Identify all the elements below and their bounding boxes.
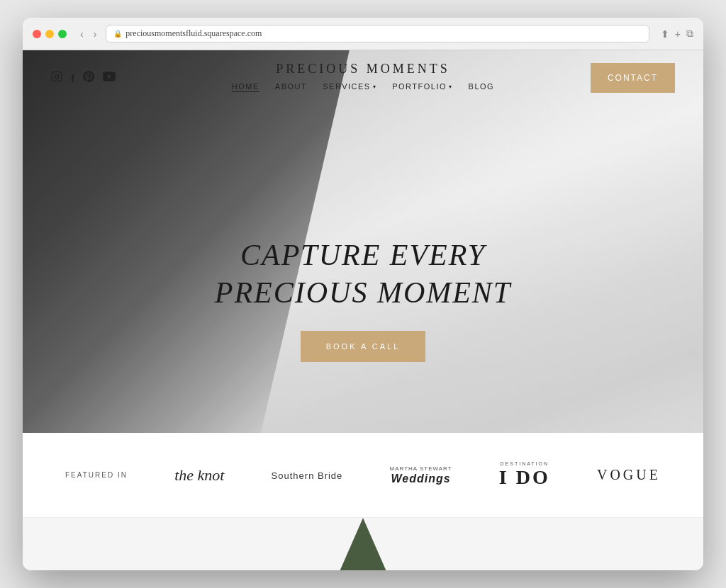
back-button[interactable]: ‹ bbox=[78, 28, 86, 40]
brand-the-knot: the knot bbox=[174, 466, 224, 485]
services-dropdown-arrow: ▾ bbox=[373, 84, 377, 90]
nav-portfolio-label: PORTFOLIO bbox=[392, 82, 447, 91]
website-content: f PRECIOUS MOMENTS HOM bbox=[23, 50, 703, 570]
nav-services-label: SERVICES bbox=[323, 82, 370, 91]
brand-weddings: martha stewart Weddings bbox=[390, 465, 452, 485]
svg-point-1 bbox=[55, 74, 58, 78]
hero-content: CAPTURE EVERY PRECIOUS MOMENT BOOK A CAL… bbox=[23, 237, 703, 362]
browser-controls: ‹ › bbox=[78, 28, 99, 40]
tree-shape bbox=[338, 518, 388, 570]
brand-destination-ido: DESTINATION I DO bbox=[499, 461, 550, 489]
social-icons: f bbox=[51, 71, 116, 85]
instagram-icon[interactable] bbox=[51, 71, 62, 85]
nav-services[interactable]: SERVICES ▾ bbox=[323, 82, 376, 91]
lock-icon: 🔒 bbox=[113, 30, 122, 38]
browser-chrome: ‹ › 🔒 preciousmomentsfluid.squarespace.c… bbox=[23, 18, 703, 50]
site-title: PRECIOUS MOMENTS bbox=[232, 62, 494, 77]
minimize-button[interactable] bbox=[45, 30, 54, 38]
nav-portfolio[interactable]: PORTFOLIO ▾ bbox=[392, 82, 452, 91]
bottom-preview bbox=[23, 518, 703, 570]
site-branding: PRECIOUS MOMENTS HOME ABOUT SERVICES ▾ P… bbox=[232, 62, 494, 91]
brand-vogue: VOGUE bbox=[597, 467, 661, 483]
facebook-icon[interactable]: f bbox=[71, 72, 74, 84]
featured-bar: FEATURED IN the knot Southern Bride mart… bbox=[23, 433, 703, 518]
book-call-button[interactable]: BOOK A CALL bbox=[301, 331, 426, 362]
browser-actions: ⬆ + ⧉ bbox=[661, 28, 693, 40]
featured-label: FEATURED IN bbox=[65, 471, 128, 479]
traffic-lights bbox=[33, 30, 67, 38]
nav-about[interactable]: ABOUT bbox=[275, 82, 307, 91]
close-button[interactable] bbox=[33, 30, 41, 38]
site-header: f PRECIOUS MOMENTS HOM bbox=[23, 50, 703, 106]
svg-point-2 bbox=[59, 74, 60, 74]
share-button[interactable]: ⬆ bbox=[661, 28, 669, 40]
hero-headline-line2: PRECIOUS MOMENT bbox=[215, 276, 511, 309]
pinterest-icon[interactable] bbox=[83, 71, 94, 85]
nav-home[interactable]: HOME bbox=[232, 82, 259, 91]
browser-window: ‹ › 🔒 preciousmomentsfluid.squarespace.c… bbox=[23, 18, 703, 570]
contact-button[interactable]: CONTACT bbox=[591, 63, 675, 93]
hero-headline-line1: CAPTURE EVERY bbox=[240, 239, 486, 271]
site-nav: HOME ABOUT SERVICES ▾ PORTFOLIO ▾ BLOG bbox=[232, 82, 494, 91]
url-text: preciousmomentsfluid.squarespace.com bbox=[125, 28, 262, 39]
windows-button[interactable]: ⧉ bbox=[686, 28, 693, 40]
hero-headline: CAPTURE EVERY PRECIOUS MOMENT bbox=[23, 237, 703, 311]
hero-section: f PRECIOUS MOMENTS HOM bbox=[23, 50, 703, 433]
svg-rect-0 bbox=[52, 72, 61, 81]
maximize-button[interactable] bbox=[58, 30, 67, 38]
new-tab-button[interactable]: + bbox=[675, 28, 681, 40]
youtube-icon[interactable] bbox=[103, 72, 116, 84]
preview-tree bbox=[328, 518, 398, 570]
portfolio-dropdown-arrow: ▾ bbox=[449, 84, 453, 90]
address-bar[interactable]: 🔒 preciousmomentsfluid.squarespace.com bbox=[106, 25, 649, 43]
nav-blog[interactable]: BLOG bbox=[469, 82, 495, 91]
forward-button[interactable]: › bbox=[91, 28, 99, 40]
brand-southern-bride: Southern Bride bbox=[272, 469, 343, 482]
